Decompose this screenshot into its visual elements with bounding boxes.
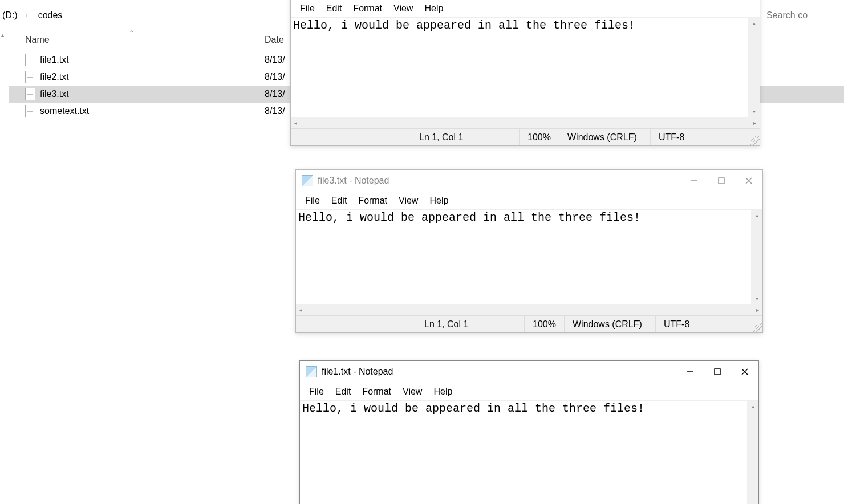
statusbar: Ln 1, Col 1 100% Windows (CRLF) UTF-8: [291, 128, 760, 145]
text-content[interactable]: Hello, i would be appeared in all the th…: [300, 401, 747, 504]
menu-file[interactable]: File: [301, 194, 324, 207]
close-button[interactable]: [731, 361, 758, 383]
chevron-up-icon[interactable]: ▴: [1, 32, 4, 38]
titlebar[interactable]: file1.txt - Notepad: [300, 361, 758, 383]
status-eol: Windows (CRLF): [564, 316, 655, 332]
column-header-name[interactable]: ⌃ Name: [9, 35, 260, 45]
scroll-right-icon[interactable]: ▸: [756, 307, 759, 313]
menu-help[interactable]: Help: [429, 385, 457, 398]
text-file-icon: [25, 71, 35, 83]
menu-edit[interactable]: Edit: [322, 2, 347, 15]
scroll-left-icon[interactable]: ◂: [294, 120, 297, 126]
window-title: file3.txt - Notepad: [318, 176, 389, 186]
menu-view[interactable]: View: [398, 385, 427, 398]
file-name: file2.txt: [40, 72, 69, 82]
svg-rect-1: [719, 178, 724, 184]
column-header-date-label: Date: [265, 35, 284, 44]
menu-edit[interactable]: Edit: [331, 385, 356, 398]
minimize-button[interactable]: [680, 170, 708, 192]
scroll-up-icon[interactable]: ▴: [753, 20, 756, 26]
status-position: Ln 1, Col 1: [416, 316, 524, 332]
scroll-left-icon[interactable]: ◂: [299, 307, 302, 313]
tree-sidebar: ▴: [0, 29, 9, 504]
vertical-scrollbar[interactable]: ▴ ▾: [747, 401, 758, 504]
menubar: File Edit Format View Help: [291, 0, 760, 18]
menu-file[interactable]: File: [305, 385, 328, 398]
statusbar: Ln 1, Col 1 100% Windows (CRLF) UTF-8: [296, 315, 762, 332]
editor-area: Hello, i would be appeared in all the th…: [300, 401, 758, 504]
status-position: Ln 1, Col 1: [411, 129, 519, 145]
menu-format[interactable]: Format: [348, 2, 387, 15]
resize-grip[interactable]: [750, 136, 760, 145]
menu-edit[interactable]: Edit: [327, 194, 352, 207]
editor-area: Hello, i would be appeared in all the th…: [296, 210, 762, 304]
status-zoom: 100%: [519, 129, 559, 145]
scroll-up-icon[interactable]: ▴: [752, 403, 754, 409]
breadcrumb-folder[interactable]: codes: [38, 10, 63, 21]
scroll-down-icon[interactable]: ▾: [756, 295, 758, 302]
window-title: file1.txt - Notepad: [322, 367, 393, 377]
menu-view[interactable]: View: [394, 194, 423, 207]
status-zoom: 100%: [524, 316, 564, 332]
column-header-name-label: Name: [25, 35, 50, 44]
menu-format[interactable]: Format: [354, 194, 392, 207]
scroll-right-icon[interactable]: ▸: [753, 120, 756, 126]
svg-rect-5: [715, 369, 720, 375]
close-button[interactable]: [735, 170, 762, 192]
status-eol: Windows (CRLF): [559, 129, 650, 145]
menubar: File Edit Format View Help: [296, 192, 762, 210]
file-name: file1.txt: [40, 55, 69, 65]
scroll-down-icon[interactable]: ▾: [753, 108, 756, 115]
notepad-icon: [302, 175, 313, 186]
menu-help[interactable]: Help: [420, 2, 448, 15]
menubar: File Edit Format View Help: [300, 383, 758, 401]
file-date: 8/13/: [260, 106, 285, 116]
file-date: 8/13/: [260, 72, 285, 82]
notepad-icon: [306, 366, 317, 377]
menu-help[interactable]: Help: [425, 194, 453, 207]
titlebar[interactable]: file3.txt - Notepad: [296, 170, 762, 192]
breadcrumb-drive[interactable]: (D:): [2, 10, 18, 21]
scroll-up-icon[interactable]: ▴: [756, 212, 758, 218]
search-input[interactable]: [764, 7, 844, 24]
sort-caret-icon: ⌃: [129, 29, 135, 37]
text-file-icon: [25, 88, 35, 100]
status-encoding: UTF-8: [655, 316, 753, 332]
chevron-right-icon: 〉: [25, 11, 31, 21]
notepad-window-1[interactable]: File Edit Format View Help Hello, i woul…: [290, 0, 760, 146]
menu-format[interactable]: Format: [358, 385, 396, 398]
text-content[interactable]: Hello, i would be appeared in all the th…: [291, 18, 748, 117]
text-file-icon: [25, 105, 35, 117]
column-header-date[interactable]: Date: [260, 35, 284, 45]
vertical-scrollbar[interactable]: ▴ ▾: [748, 18, 760, 117]
maximize-button[interactable]: [704, 361, 731, 383]
horizontal-scrollbar[interactable]: ◂ ▸: [291, 117, 760, 128]
status-encoding: UTF-8: [650, 129, 750, 145]
menu-file[interactable]: File: [295, 2, 319, 15]
menu-view[interactable]: View: [389, 2, 417, 15]
text-content[interactable]: Hello, i would be appeared in all the th…: [296, 210, 751, 304]
file-date: 8/13/: [260, 89, 285, 99]
minimize-button[interactable]: [676, 361, 704, 383]
file-name: sometext.txt: [40, 106, 89, 116]
file-date: 8/13/: [260, 55, 285, 65]
editor-area: Hello, i would be appeared in all the th…: [291, 18, 760, 117]
text-file-icon: [25, 54, 35, 66]
maximize-button[interactable]: [708, 170, 735, 192]
horizontal-scrollbar[interactable]: ◂ ▸: [296, 304, 762, 315]
resize-grip[interactable]: [753, 323, 762, 332]
file-name: file3.txt: [40, 89, 69, 99]
vertical-scrollbar[interactable]: ▴ ▾: [751, 210, 762, 304]
notepad-window-2[interactable]: file3.txt - Notepad File Edit Format Vie…: [295, 169, 763, 333]
notepad-window-3[interactable]: file1.txt - Notepad File Edit Format Vie…: [299, 360, 759, 504]
